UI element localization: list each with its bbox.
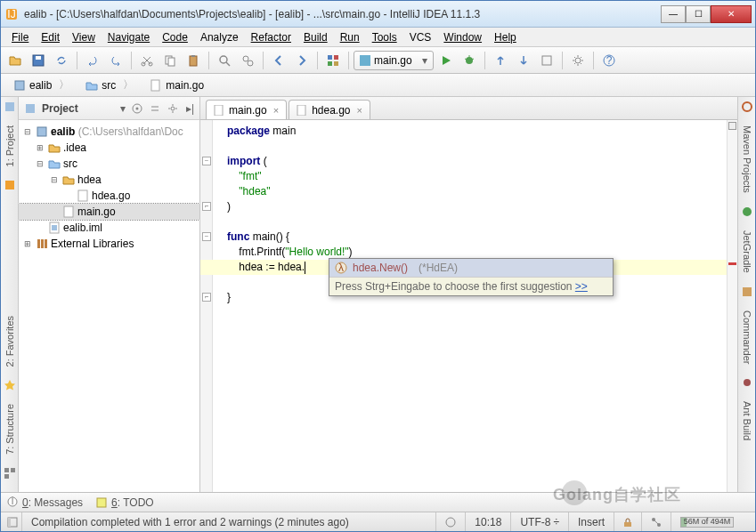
- run-config-combo[interactable]: main.go ▾: [354, 51, 434, 70]
- close-button[interactable]: ✕: [711, 5, 752, 23]
- status-insert-mode[interactable]: Insert: [569, 512, 614, 531]
- help-button[interactable]: ?: [598, 50, 620, 71]
- status-encoding-icon[interactable]: [436, 512, 466, 531]
- breadcrumb-src[interactable]: src〉: [78, 76, 141, 94]
- tree-src[interactable]: ⊟ src: [19, 156, 199, 172]
- svg-rect-16: [328, 61, 332, 66]
- status-toggle-icon[interactable]: [4, 512, 22, 531]
- vcs-history-button[interactable]: [536, 50, 557, 71]
- chevron-down-icon: ▾: [422, 54, 427, 67]
- minimize-button[interactable]: —: [661, 5, 686, 23]
- vcs-commit-button[interactable]: [513, 50, 534, 71]
- replace-button[interactable]: [237, 50, 258, 71]
- menu-tools[interactable]: Tools: [367, 29, 402, 45]
- folder-icon: [47, 141, 61, 155]
- tool-icon[interactable]: [4, 179, 16, 191]
- save-button[interactable]: [28, 50, 49, 71]
- back-button[interactable]: [268, 50, 289, 71]
- svg-line-11: [226, 62, 230, 66]
- project-tree[interactable]: ⊟ ealib (C:\Users\halfdan\Doc ⊞ .idea ⊟ …: [19, 120, 199, 492]
- open-button[interactable]: [4, 50, 26, 71]
- forward-button[interactable]: [291, 50, 313, 71]
- autocomplete-item[interactable]: λ hdea.New() (*HdEA): [329, 259, 613, 277]
- tab-hdea-go[interactable]: hdea.go ×: [289, 100, 370, 119]
- tree-hdea-pkg[interactable]: ⊟ hdea: [19, 172, 199, 188]
- collapse-all-icon[interactable]: [149, 102, 161, 115]
- error-marker[interactable]: [728, 262, 736, 265]
- chevron-down-icon[interactable]: ▾: [120, 102, 126, 115]
- structure-icon[interactable]: [4, 467, 16, 480]
- menu-view[interactable]: View: [67, 29, 101, 45]
- menu-refactor[interactable]: Refactor: [246, 29, 297, 45]
- sync-button[interactable]: [51, 50, 72, 71]
- menu-code[interactable]: Code: [157, 29, 193, 45]
- tool-favorites[interactable]: 2: Favorites: [4, 310, 15, 372]
- menu-build[interactable]: Build: [298, 29, 333, 45]
- run-button[interactable]: [435, 50, 457, 71]
- titlebar: IJ ealib - [C:\Users\halfdan\Documents\P…: [1, 1, 755, 28]
- debug-button[interactable]: [459, 50, 480, 71]
- tool-todo[interactable]: 6: TODO: [95, 496, 154, 509]
- menu-edit[interactable]: Edit: [36, 29, 65, 45]
- editor-tabs: main.go × hdea.go ×: [200, 97, 737, 120]
- breadcrumb-project[interactable]: ealib〉: [6, 76, 77, 94]
- maven-icon[interactable]: [741, 101, 753, 113]
- hide-icon[interactable]: ▸|: [186, 102, 194, 115]
- tool-icon[interactable]: [4, 101, 16, 113]
- status-memory[interactable]: 56M of 494M: [671, 512, 752, 531]
- tool-maven[interactable]: Maven Projects: [742, 120, 752, 198]
- menu-help[interactable]: Help: [489, 29, 522, 45]
- ant-icon[interactable]: [741, 376, 753, 389]
- redo-button[interactable]: [105, 50, 126, 71]
- tool-jetgradle[interactable]: JetGradle: [742, 225, 752, 278]
- tree-root[interactable]: ⊟ ealib (C:\Users\halfdan\Doc: [19, 124, 199, 140]
- gradle-icon[interactable]: [741, 206, 753, 218]
- analysis-indicator[interactable]: [728, 122, 736, 130]
- tool-project[interactable]: 1: Project: [4, 120, 15, 172]
- tab-main-go[interactable]: main.go ×: [206, 100, 287, 119]
- commander-icon[interactable]: [741, 286, 753, 298]
- window-title: ealib - [C:\Users\halfdan\Documents\Proj…: [24, 8, 661, 20]
- undo-button[interactable]: [82, 50, 103, 71]
- vcs-update-button[interactable]: [490, 50, 511, 71]
- settings-icon[interactable]: [167, 102, 179, 115]
- menu-run[interactable]: Run: [335, 29, 365, 45]
- tool-structure[interactable]: 7: Structure: [4, 399, 15, 460]
- status-encoding[interactable]: UTF-8 ÷: [511, 512, 569, 531]
- tree-iml[interactable]: ealib.iml: [19, 220, 199, 236]
- close-tab-icon[interactable]: ×: [357, 105, 362, 116]
- copy-button[interactable]: [159, 50, 181, 71]
- tree-idea[interactable]: ⊞ .idea: [19, 140, 199, 156]
- code-editor[interactable]: package main −import ( "fmt" "hdea" ⌐) −…: [200, 120, 737, 492]
- folder-icon: [85, 79, 98, 92]
- menu-window[interactable]: Window: [438, 29, 487, 45]
- tool-ant[interactable]: Ant Build: [742, 396, 752, 446]
- tree-main-file[interactable]: main.go: [19, 204, 199, 220]
- status-git-icon[interactable]: [642, 512, 671, 531]
- tree-ext-lib[interactable]: ⊞ External Libraries: [19, 236, 199, 252]
- breadcrumb-file[interactable]: main.go: [142, 77, 211, 93]
- menu-navigate[interactable]: Navigate: [102, 29, 155, 45]
- project-icon: [13, 79, 26, 92]
- close-tab-icon[interactable]: ×: [273, 105, 279, 116]
- status-position[interactable]: 10:18: [466, 512, 511, 531]
- cut-button[interactable]: [136, 50, 158, 71]
- app-icon: IJ: [4, 7, 19, 21]
- make-button[interactable]: [322, 50, 344, 71]
- autocomplete-popup[interactable]: λ hdea.New() (*HdEA) Press Strg+Eingabe …: [329, 258, 614, 296]
- scroll-from-source-icon[interactable]: [131, 102, 143, 115]
- menu-analyze[interactable]: Analyze: [195, 29, 244, 45]
- status-lock[interactable]: [614, 512, 642, 531]
- maximize-button[interactable]: ☐: [686, 5, 711, 23]
- paste-button[interactable]: [183, 50, 204, 71]
- tool-messages[interactable]: i 0: 0: MessagesMessages: [6, 496, 83, 509]
- error-stripe[interactable]: [727, 120, 737, 492]
- menu-file[interactable]: File: [6, 29, 34, 45]
- settings-button[interactable]: [567, 50, 589, 71]
- tree-hdea-file[interactable]: hdea.go: [19, 188, 199, 204]
- menu-vcs[interactable]: VCS: [404, 29, 437, 45]
- star-icon[interactable]: [4, 379, 16, 391]
- find-button[interactable]: [214, 50, 235, 71]
- autocomplete-hint-link[interactable]: >>: [575, 280, 588, 293]
- tool-commander[interactable]: Commander: [742, 305, 752, 370]
